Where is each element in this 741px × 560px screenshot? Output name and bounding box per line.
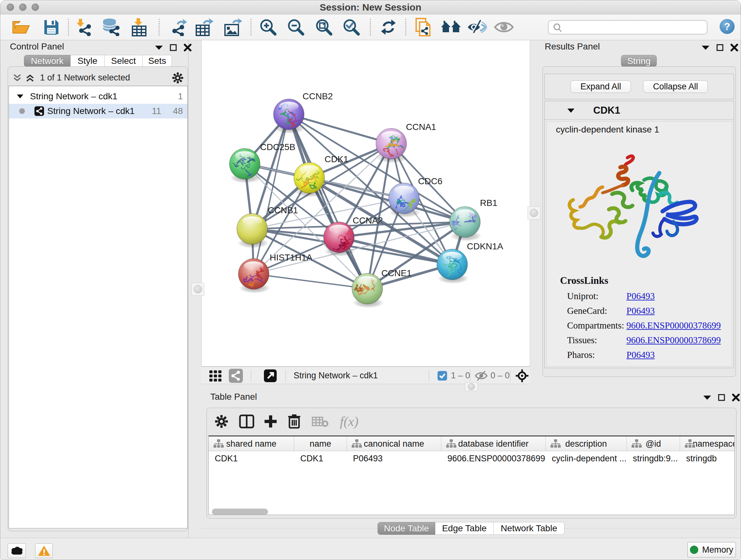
gear-icon[interactable] — [172, 72, 184, 84]
help-button[interactable]: ? — [720, 19, 735, 34]
eye-icon — [494, 20, 514, 34]
grid-view-icon[interactable] — [208, 368, 223, 383]
network-node-CCNA1[interactable] — [376, 128, 410, 163]
table-row[interactable]: CDK1 CDK1 P06493 9606.ENSP00000378699 cy… — [209, 451, 735, 466]
crosslink-pharos-link[interactable]: P06493 — [626, 350, 655, 360]
network-node-RB1[interactable] — [446, 206, 482, 241]
tab-node-table[interactable]: Node Table — [378, 522, 435, 535]
database-icon — [102, 18, 120, 36]
right-splitter-handle[interactable] — [528, 206, 540, 219]
protein-section-header[interactable]: CDK1 — [545, 101, 734, 120]
network-node-CDC25B[interactable] — [229, 148, 261, 183]
delete-column-icon[interactable] — [287, 414, 301, 429]
network-row[interactable]: String Network – cdk1 11 48 — [9, 104, 187, 118]
add-column-icon[interactable] — [263, 414, 278, 429]
close-panel-icon[interactable] — [184, 44, 192, 52]
network-node-CCNB1[interactable] — [237, 213, 269, 248]
column-header-database-identifier[interactable]: database identifier — [441, 436, 546, 451]
network-node-CDK1[interactable] — [291, 163, 326, 197]
show-all-button[interactable] — [493, 17, 515, 38]
crosslink-genecard-link[interactable]: P06493 — [626, 306, 655, 316]
network-selection-status: 1 of 1 Network selected — [8, 73, 162, 83]
column-header-canonical-name[interactable]: canonical name — [347, 436, 441, 451]
open-in-new-window-icon[interactable] — [264, 369, 277, 382]
toolbar-separator — [251, 19, 252, 36]
split-columns-icon[interactable] — [239, 415, 254, 428]
tab-network[interactable]: Network — [24, 55, 71, 67]
horizontal-scrollbar-thumb[interactable] — [212, 509, 268, 515]
cloud-button[interactable] — [8, 543, 26, 558]
network-edge-count: 48 — [173, 106, 183, 116]
export-network-button[interactable] — [168, 17, 189, 38]
birds-eye-icon[interactable] — [515, 369, 529, 382]
column-header-description[interactable]: description — [546, 436, 627, 451]
memory-button[interactable]: Memory — [687, 542, 736, 557]
panel-menu-icon[interactable] — [703, 395, 711, 400]
float-panel-icon[interactable] — [170, 44, 177, 51]
zoom-fit-button[interactable] — [313, 17, 334, 38]
network-node-CCNE1[interactable] — [350, 273, 384, 308]
refresh-button[interactable] — [378, 17, 399, 38]
network-overview-icon[interactable] — [229, 369, 243, 383]
save-session-button[interactable] — [41, 17, 62, 38]
search-input[interactable] — [566, 21, 707, 34]
tab-style[interactable]: Style — [71, 55, 105, 67]
network-node-CDKN1A[interactable] — [437, 249, 469, 284]
collection-expander-icon[interactable] — [17, 94, 23, 99]
column-header-namespace[interactable]: namespace — [680, 436, 735, 451]
network-node-CCNB2[interactable] — [273, 99, 306, 133]
section-expander-icon[interactable] — [567, 108, 575, 113]
network-node-HIST1H1A[interactable] — [239, 259, 270, 298]
column-header-name[interactable]: name — [294, 436, 347, 451]
tab-select[interactable]: Select — [105, 55, 143, 67]
float-panel-icon[interactable] — [718, 394, 725, 401]
tab-sets[interactable]: Sets — [143, 55, 172, 67]
collapse-all-button[interactable]: Collapse All — [643, 80, 708, 93]
crosslink-tissues-link[interactable]: 9606.ENSP00000378699 — [626, 335, 721, 345]
column-header-shared-name[interactable]: shared name — [209, 436, 294, 451]
warnings-button[interactable] — [35, 543, 53, 558]
function-builder-button[interactable]: f(x) — [340, 414, 358, 429]
results-panel-title: Results Panel — [545, 42, 600, 51]
panel-menu-icon[interactable] — [155, 45, 163, 51]
close-panel-icon[interactable] — [730, 44, 738, 52]
network-canvas[interactable]: CCNB2CCNA1CDC25BCDK1CDC6RB1CCNB1CCNA2CDK… — [201, 40, 530, 367]
export-table-icon — [195, 18, 214, 36]
table-gear-icon[interactable] — [214, 414, 229, 429]
zoom-selected-button[interactable] — [341, 17, 362, 38]
cell-namespace: stringdb — [680, 451, 735, 466]
network-node-CDC6[interactable] — [389, 183, 421, 217]
clone-network-button[interactable] — [413, 17, 434, 38]
tab-edge-table[interactable]: Edge Table — [435, 522, 494, 535]
float-panel-icon[interactable] — [716, 44, 724, 51]
import-network-file-button[interactable] — [73, 17, 94, 38]
crosslink-row: GeneCard: P06493 — [560, 306, 726, 316]
tab-network-table[interactable]: Network Table — [494, 522, 564, 535]
import-table-button[interactable] — [128, 17, 149, 38]
column-hierarchy-icon — [684, 439, 695, 449]
left-splitter-handle[interactable] — [192, 283, 204, 296]
network-collection-row[interactable]: String Network – cdk1 1 — [9, 89, 187, 104]
memory-label: Memory — [702, 545, 733, 555]
network-node-CCNA2[interactable] — [324, 222, 355, 256]
column-header-id[interactable]: @id — [627, 436, 680, 451]
open-session-button[interactable] — [10, 17, 31, 38]
zoom-out-button[interactable] — [285, 17, 307, 38]
tab-string[interactable]: String — [621, 55, 657, 67]
close-panel-icon[interactable] — [732, 393, 740, 401]
horizontal-splitter-handle[interactable] — [465, 382, 478, 391]
delete-table-icon[interactable] — [312, 415, 329, 428]
export-image-button[interactable] — [223, 17, 244, 38]
export-table-button[interactable] — [194, 17, 215, 38]
zoom-in-button[interactable] — [258, 17, 279, 38]
crosslink-row: Compartments: 9606.ENSP00000378699 — [560, 320, 726, 331]
panel-menu-icon[interactable] — [701, 45, 710, 51]
first-neighbors-button[interactable] — [441, 17, 461, 38]
crosslink-compartments-link[interactable]: 9606.ENSP00000378699 — [626, 320, 721, 330]
crosslink-uniprot-link[interactable]: P06493 — [626, 291, 655, 301]
import-network-database-button[interactable] — [100, 17, 122, 38]
hide-selected-button[interactable] — [467, 17, 488, 38]
expand-all-button[interactable]: Expand All — [570, 80, 631, 93]
collection-label: String Network – cdk1 — [30, 91, 118, 102]
node-label-CDK1: CDK1 — [325, 154, 348, 164]
